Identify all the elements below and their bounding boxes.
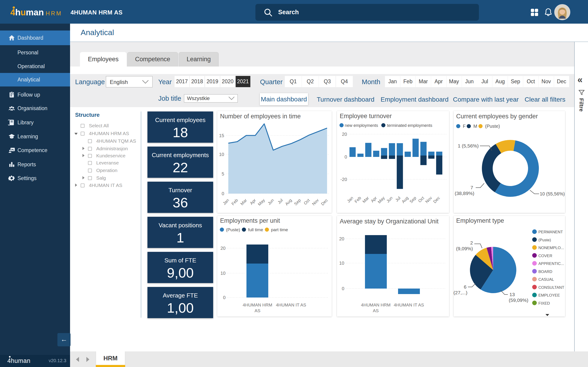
svg-text:20: 20 — [339, 236, 344, 241]
svg-text:Oct: Oct — [303, 198, 311, 206]
svg-text:20: 20 — [342, 132, 347, 137]
svg-text:APPRENTIC...: APPRENTIC... — [538, 261, 564, 266]
svg-text:Nov: Nov — [424, 196, 433, 204]
svg-text:Aug: Aug — [284, 198, 293, 206]
svg-text:AS: AS — [373, 308, 379, 313]
svg-text:-20: -20 — [340, 177, 347, 182]
svg-text:Employee turnover: Employee turnover — [340, 113, 392, 119]
svg-text:7: 7 — [470, 185, 473, 190]
svg-text:6: 6 — [464, 284, 467, 290]
svg-text:Jul: Jul — [394, 196, 401, 202]
svg-text:(9,09%): (9,09%) — [456, 246, 473, 251]
svg-text:(Puste): (Puste) — [485, 124, 500, 129]
svg-text:Apr: Apr — [370, 196, 378, 203]
svg-text:2: 2 — [470, 240, 473, 245]
svg-text:Number of employees in time: Number of employees in time — [220, 113, 301, 120]
svg-text:10: 10 — [221, 271, 225, 276]
svg-text:PERMANENT: PERMANENT — [538, 230, 563, 234]
svg-text:Feb: Feb — [231, 198, 239, 206]
svg-text:0: 0 — [222, 191, 224, 196]
svg-text:Mar: Mar — [362, 196, 370, 204]
svg-text:(Puste): (Puste) — [538, 238, 551, 242]
svg-text:Apr: Apr — [249, 198, 257, 206]
svg-text:Oct: Oct — [417, 196, 425, 203]
svg-text:May: May — [257, 198, 266, 207]
svg-text:May: May — [377, 196, 386, 204]
svg-text:10 (55,56%): 10 (55,56%) — [540, 191, 565, 196]
svg-text:FIXED: FIXED — [538, 301, 550, 306]
svg-text:Average stay by Organizational: Average stay by Organizational Unit — [340, 218, 439, 225]
svg-text:Sep: Sep — [293, 198, 302, 206]
svg-text:4HUMAN IT AS: 4HUMAN IT AS — [394, 302, 424, 307]
svg-text:Feb: Feb — [354, 196, 362, 204]
svg-text:Employment type: Employment type — [456, 217, 504, 224]
svg-text:4HUMAN HRM: 4HUMAN HRM — [361, 302, 391, 307]
svg-text:0: 0 — [342, 286, 344, 291]
svg-text:10: 10 — [219, 152, 224, 157]
svg-text:CASUAL: CASUAL — [538, 277, 554, 282]
svg-text:COVER: COVER — [538, 254, 552, 258]
svg-text:20: 20 — [221, 246, 225, 251]
svg-text:M: M — [473, 124, 477, 129]
svg-text:5: 5 — [222, 171, 224, 176]
svg-text:NONEMPLO...: NONEMPLO... — [538, 246, 564, 250]
svg-text:Sep: Sep — [409, 196, 417, 204]
svg-text:Dec: Dec — [320, 198, 329, 206]
svg-text:CONSULTANT: CONSULTANT — [538, 285, 564, 290]
svg-text:Nov: Nov — [311, 198, 320, 206]
svg-text:(38,89%): (38,89%) — [455, 191, 474, 196]
svg-text:F: F — [463, 124, 466, 129]
svg-text:Jan: Jan — [222, 198, 230, 206]
svg-text:Jan: Jan — [346, 196, 354, 204]
svg-text:Dec: Dec — [432, 196, 441, 204]
svg-text:10: 10 — [339, 261, 344, 266]
svg-text:1 (5,56%): 1 (5,56%) — [458, 143, 479, 148]
svg-text:Mar: Mar — [240, 198, 248, 206]
svg-text:15: 15 — [219, 133, 224, 138]
svg-text:EMPLOYEE: EMPLOYEE — [538, 293, 560, 298]
svg-text:0: 0 — [345, 154, 347, 159]
svg-text:Jul: Jul — [277, 198, 284, 205]
svg-text:Current employees by gender: Current employees by gender — [456, 113, 538, 120]
svg-text:BOARD: BOARD — [538, 269, 552, 274]
svg-text:4HUMAN HRM: 4HUMAN HRM — [243, 302, 272, 307]
svg-text:Jun: Jun — [267, 198, 275, 206]
svg-text:13: 13 — [510, 292, 515, 297]
svg-text:Aug: Aug — [401, 196, 409, 204]
svg-text:4HUMAN IT AS: 4HUMAN IT AS — [276, 302, 306, 307]
svg-text:part time: part time — [271, 227, 288, 232]
svg-text:(59,09%): (59,09%) — [509, 298, 528, 303]
svg-text:(Puste): (Puste) — [226, 227, 240, 232]
svg-text:Jun: Jun — [386, 196, 394, 204]
svg-text:AS: AS — [254, 308, 260, 313]
svg-text:Employments per unit: Employments per unit — [220, 217, 280, 224]
svg-text:full time: full time — [248, 227, 263, 232]
svg-text:0: 0 — [223, 295, 225, 300]
svg-text:terminated employments: terminated employments — [387, 123, 432, 128]
svg-text:(27,...): (27,...) — [454, 290, 467, 295]
svg-text:new employments: new employments — [345, 123, 378, 128]
